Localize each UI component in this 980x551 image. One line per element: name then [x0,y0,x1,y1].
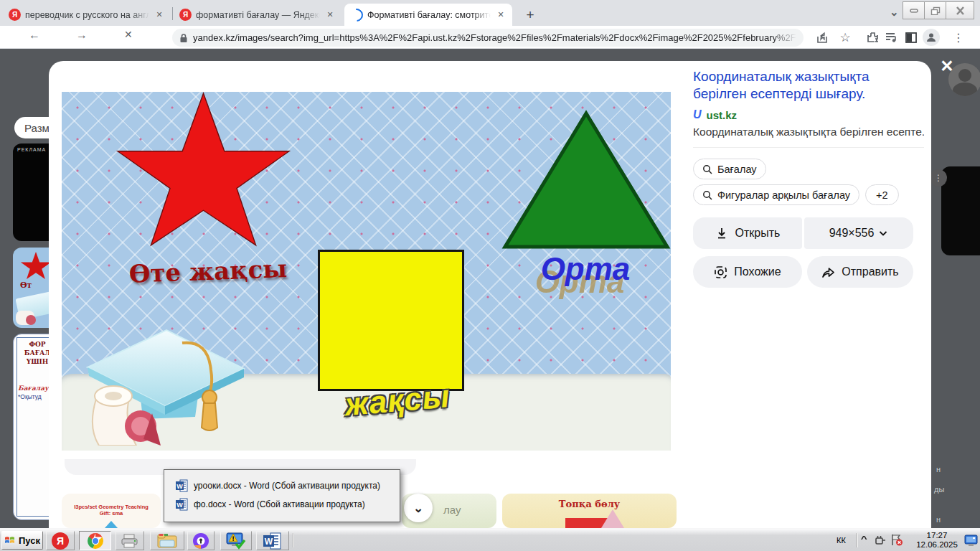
tag-row-2: Фигуралар арқылы бағалау +2 [693,184,899,205]
source-site-link[interactable]: U ust.kz [693,108,737,121]
word-document-item[interactable]: W фо.docx - Word (Сбой активации продукт… [176,495,400,514]
word-item-label: урооки.docx - Word (Сбой активации проду… [194,481,380,491]
thumb-text: Gift: sma [62,510,161,517]
site-favicon: U [693,108,702,121]
search-icon [702,190,712,200]
collapse-viewer-button[interactable]: ⌄ [404,494,433,522]
tab-close-icon[interactable]: ✕ [154,10,165,19]
thumbnail-kebab-icon[interactable]: ⋮ [930,169,947,187]
stop-loading-button[interactable]: ✕ [124,29,133,40]
tag-more-count[interactable]: +2 [865,184,899,205]
tray-date: 12.06.2025 [913,540,961,550]
tag-bagalau[interactable]: Бағалау [693,159,766,179]
show-hidden-icons-chevron[interactable]: ^ [861,534,867,543]
mini-pink-triangle-shape [601,509,624,528]
background-dark-thumbnail [941,166,980,255]
graduation-cap-illustration [75,298,254,446]
taskbar: Пуск Я [0,528,980,551]
playlist-extension-icon[interactable] [884,30,898,44]
send-button[interactable]: Отправить [807,256,913,288]
show-desktop-button[interactable] [964,534,979,550]
send-arrow-icon [821,266,835,278]
tray-flag-alert-icon[interactable] [890,533,904,550]
back-button[interactable]: ← [29,29,40,42]
image-title-link[interactable]: Координаталық жазықтықта берілген есепте… [693,68,924,103]
similar-images-button[interactable]: Похожие [693,256,802,288]
tab-search-chevron-icon[interactable]: ⌄ [890,6,899,19]
bookmark-star-icon[interactable]: ☆ [838,30,852,44]
thumb-title: Топқа бөлу [502,499,677,509]
svg-text:W: W [176,483,183,490]
ad-label: РЕКЛАМА [17,147,46,152]
tag-label: +2 [876,189,888,201]
related-thumbnail-geometry[interactable]: I3pcs/set Geometry Teaching Gift: sma [62,494,161,528]
tab-separator [172,7,173,20]
covered-text-fragment: н [936,465,941,474]
taskbar-chrome-active[interactable] [79,531,111,550]
tab-title: переводчик с русского на английс [25,10,149,20]
send-label: Отправить [842,265,898,278]
tab-active-image-view[interactable]: Формативті бағалау: смотрите и с ✕ [344,4,512,26]
open-button[interactable]: Открыть [693,217,802,249]
tab-search[interactable]: Я формативті бағалау — Яндекс: на ✕ [174,4,341,26]
forward-button[interactable]: → [76,29,88,42]
tab-title: формативті бағалау — Яндекс: на [196,10,320,20]
label-orta: Орта [528,251,643,287]
similar-images-icon [714,265,727,279]
similar-label: Похожие [734,265,781,278]
chevron-down-icon [878,228,888,238]
avatar-head-shape [958,69,971,82]
loading-spinner-icon [347,6,365,24]
avatar-body-shape [953,83,977,96]
side-panel-icon[interactable] [904,30,918,44]
word-taskbar-popup: W урооки.docx - Word (Сбой активации про… [164,469,400,522]
word-document-item[interactable]: W урооки.docx - Word (Сбой активации про… [176,476,400,495]
viewer-close-icon[interactable]: ✕ [937,56,957,76]
close-button[interactable] [946,1,974,19]
taskbar-privacy-browser[interactable] [187,531,215,550]
tab-translator[interactable]: Я переводчик с русского на английс ✕ [3,4,171,26]
svg-text:W: W [176,501,183,509]
language-indicator[interactable]: КК [837,536,846,545]
taskbar-security-center[interactable] [220,531,252,550]
site-name: ust.kz [707,109,738,121]
page-backdrop: Разме РЕКЛАМА Өт ФОР БАҒАЛ ҮШІН Бағалау … [0,49,980,528]
taskbar-file-explorer[interactable] [150,531,184,550]
open-label: Открыть [735,227,781,240]
tab-close-icon[interactable]: ✕ [495,10,507,19]
share-icon[interactable] [815,30,829,44]
thumb-text: лау [443,504,461,516]
word-icon: W [176,479,188,492]
tag-label: Фигуралар арқылы бағалау [717,189,850,201]
tray-clock[interactable]: 17:27 12.06.2025 [913,531,961,550]
address-bar[interactable]: yandex.kz/images/search?img_url=https%3A… [172,29,804,47]
mini-triangle-shape [105,521,118,528]
yandex-favicon: Я [9,9,21,21]
start-button[interactable]: Пуск [1,531,43,550]
tray-safely-remove-icon[interactable] [874,534,887,550]
extensions-puzzle-icon[interactable] [865,30,880,44]
windows-logo-icon [4,535,16,545]
tab-close-icon[interactable]: ✕ [324,10,336,19]
viewed-image[interactable]: Өте жақсы Орта Орта жақсы [62,92,671,451]
size-dropdown-button[interactable]: 949×556 [804,217,913,249]
taskbar-printer[interactable] [116,531,144,550]
minimize-button[interactable] [903,1,925,19]
mini-seal-shape [26,315,36,325]
green-triangle-shape [501,109,671,250]
browser-menu-kebab-icon[interactable]: ⋮ [951,30,966,44]
image-viewer-card: Өте жақсы Орта Орта жақсы [49,61,931,528]
taskbar-word[interactable]: W [256,531,289,550]
window-controls [903,1,974,19]
mini-star-shape [20,252,52,282]
mini-star-label: Өт [20,281,32,290]
profile-avatar[interactable] [923,29,940,46]
new-tab-button[interactable]: + [521,6,540,24]
taskbar-yandex-browser[interactable]: Я [46,531,75,550]
related-thumbnail-topqa-bolu[interactable]: Топқа бөлу [502,494,677,528]
folder-icon [157,533,177,549]
tag-figuralar[interactable]: Фигуралар арқылы бағалау [693,184,859,205]
yandex-favicon: Я [179,9,192,21]
restore-button[interactable] [924,1,946,19]
taskbar-divider [293,533,293,547]
